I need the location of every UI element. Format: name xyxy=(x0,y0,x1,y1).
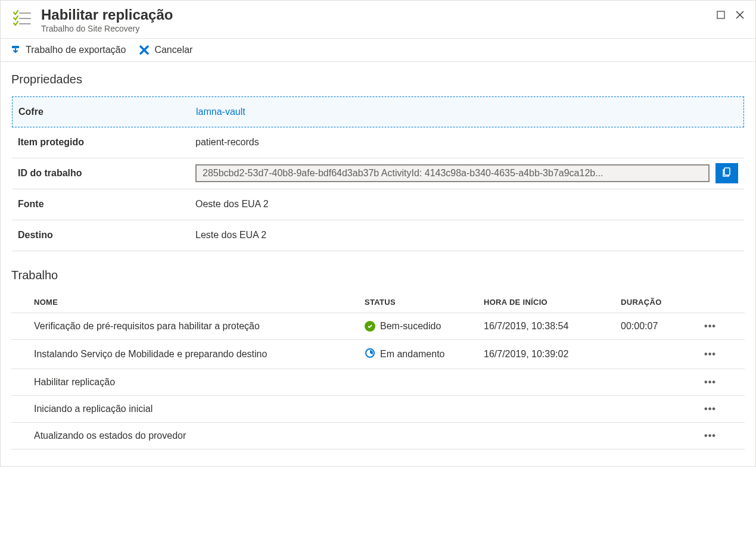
property-value: Oeste dos EUA 2 xyxy=(195,199,738,210)
job-table: NOME STATUS HORA DE INÍCIO DURAÇÃO Verif… xyxy=(11,292,745,449)
property-target: Destino Leste dos EUA 2 xyxy=(12,220,744,251)
job-name: Instalando Serviço de Mobilidade e prepa… xyxy=(16,349,365,360)
job-duration: 00:00:07 xyxy=(621,321,698,332)
property-label: Item protegido xyxy=(18,137,195,148)
content: Propriedades Cofre lamna-vault Item prot… xyxy=(1,62,755,466)
table-row[interactable]: Iniciando a replicação inicial ••• xyxy=(11,395,745,422)
more-icon[interactable]: ••• xyxy=(698,349,722,360)
property-label: Cofre xyxy=(18,107,196,117)
property-value-link[interactable]: lamna-vault xyxy=(196,107,738,117)
property-label: ID do trabalho xyxy=(18,168,195,179)
job-name: Habilitar replicação xyxy=(16,377,365,388)
export-job-button[interactable]: Trabalho de exportação xyxy=(10,45,126,55)
job-status: Bem-sucedido xyxy=(365,321,484,332)
maximize-icon[interactable] xyxy=(715,9,727,21)
export-job-label: Trabalho de exportação xyxy=(26,45,126,55)
job-name: Iniciando a replicação inicial xyxy=(16,404,365,414)
close-icon[interactable] xyxy=(734,9,746,21)
more-icon[interactable]: ••• xyxy=(698,430,722,441)
svg-rect-3 xyxy=(717,11,724,18)
property-value: Leste dos EUA 2 xyxy=(195,230,738,241)
table-row[interactable]: Instalando Serviço de Mobilidade e prepa… xyxy=(11,339,745,369)
table-row[interactable]: Habilitar replicação ••• xyxy=(11,369,745,395)
property-label: Destino xyxy=(18,230,195,241)
property-value: 285bcbd2-53d7-40b8-9afe-bdf64d3ab37b Act… xyxy=(195,163,738,183)
more-icon[interactable]: ••• xyxy=(698,377,722,388)
property-label: Fonte xyxy=(18,199,195,210)
job-heading: Trabalho xyxy=(11,268,745,282)
table-row[interactable]: Atualizando os estados do provedor ••• xyxy=(11,422,745,449)
cancel-icon xyxy=(139,45,150,55)
job-status: Em andamento xyxy=(365,348,484,361)
properties-table: Cofre lamna-vault Item protegido patient… xyxy=(11,96,745,252)
job-name: Verificação de pré-requisitos para habil… xyxy=(16,321,365,332)
table-row[interactable]: Verificação de pré-requisitos para habil… xyxy=(11,313,745,339)
property-source: Fonte Oeste dos EUA 2 xyxy=(12,189,744,220)
job-icon xyxy=(10,7,34,30)
cancel-button[interactable]: Cancelar xyxy=(139,45,192,55)
job-id-field[interactable]: 285bcbd2-53d7-40b8-9afe-bdf64d3ab37b Act… xyxy=(195,164,710,182)
property-value: patient-records xyxy=(195,137,738,148)
svg-rect-6 xyxy=(12,46,19,48)
more-icon[interactable]: ••• xyxy=(698,404,722,414)
job-section: Trabalho NOME STATUS HORA DE INÍCIO DURA… xyxy=(11,268,745,449)
job-name: Atualizando os estados do provedor xyxy=(16,430,365,441)
toolbar: Trabalho de exportação Cancelar xyxy=(1,39,755,62)
job-start: 16/7/2019, 10:39:02 xyxy=(484,349,621,360)
col-header-status[interactable]: STATUS xyxy=(365,298,484,307)
blade-header: Habilitar replicação Trabalho do Site Re… xyxy=(1,1,755,39)
svg-rect-9 xyxy=(724,168,730,175)
copy-icon xyxy=(721,167,732,180)
property-protected-item: Item protegido patient-records xyxy=(12,127,744,158)
col-header-duration[interactable]: DURAÇÃO xyxy=(621,298,698,307)
page-title: Habilitar replicação xyxy=(41,7,715,24)
blade-panel: Habilitar replicação Trabalho do Site Re… xyxy=(0,0,756,467)
col-header-start[interactable]: HORA DE INÍCIO xyxy=(484,298,621,307)
job-start: 16/7/2019, 10:38:54 xyxy=(484,321,621,332)
col-header-name[interactable]: NOME xyxy=(16,298,365,307)
property-job-id: ID do trabalho 285bcbd2-53d7-40b8-9afe-b… xyxy=(12,158,744,189)
success-icon xyxy=(365,321,375,332)
property-vault[interactable]: Cofre lamna-vault xyxy=(12,96,744,127)
page-subtitle: Trabalho do Site Recovery xyxy=(41,24,715,33)
more-icon[interactable]: ••• xyxy=(698,321,722,332)
cancel-label: Cancelar xyxy=(154,45,192,55)
copy-button[interactable] xyxy=(715,163,738,183)
properties-heading: Propriedades xyxy=(11,73,745,86)
progress-icon xyxy=(365,348,375,361)
table-header: NOME STATUS HORA DE INÍCIO DURAÇÃO xyxy=(11,292,745,313)
export-icon xyxy=(10,45,21,55)
